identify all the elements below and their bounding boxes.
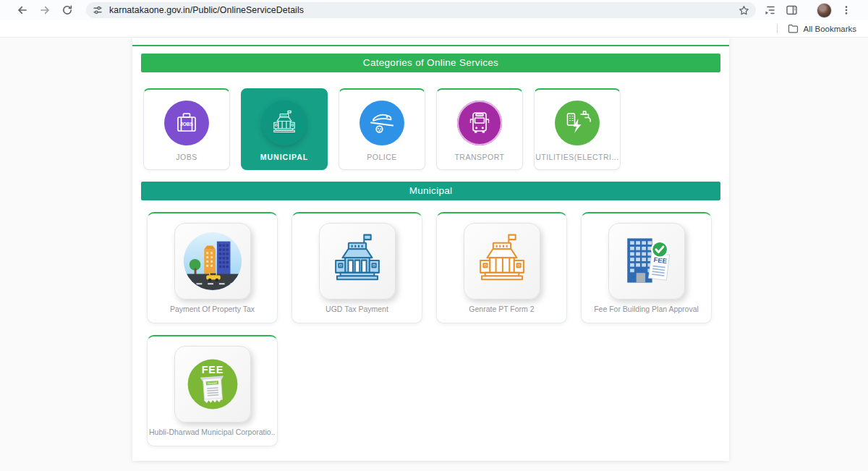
category-card-police[interactable]: POLICE [339, 88, 425, 170]
panel-top-accent-line [132, 45, 729, 46]
service-label: Hubli-Dharwad Municipal Corporatio... [149, 428, 276, 436]
fee-receipt-icon: FEE Receipt [174, 346, 251, 423]
folder-icon [788, 24, 799, 33]
bus-icon [457, 101, 502, 145]
service-label: Payment Of Property Tax [149, 305, 276, 313]
service-label: Genrate PT Form 2 [438, 305, 565, 313]
forward-icon[interactable] [38, 4, 51, 16]
municipal-building-icon [262, 101, 307, 145]
category-label: JOBS [144, 153, 229, 161]
toolbar-right-icons [763, 3, 868, 18]
service-label: Fee For Building Plan Approval [583, 305, 710, 313]
section-header-municipal: Municipal [141, 182, 720, 200]
address-bar[interactable]: karnatakaone.gov.in/Public/OnlineService… [86, 2, 756, 18]
category-label: MUNICIPAL [242, 153, 327, 161]
category-cards-row: JOBS JOBS [143, 88, 621, 170]
utilities-meter-tap-icon [555, 101, 600, 145]
main-panel: Categories of Online Services JOBS JOBS [132, 38, 729, 461]
category-label: POLICE [339, 153, 425, 161]
service-label: UGD Tax Payment [294, 305, 420, 313]
category-label: TRANSPORT [437, 153, 522, 161]
building-fee-check-icon: FEE [608, 223, 685, 300]
kebab-menu-icon[interactable] [841, 4, 851, 16]
bookmarks-bar: All Bookmarks [0, 20, 868, 38]
back-icon[interactable] [16, 4, 29, 16]
category-label: UTILITIES(ELECTRI... [535, 153, 620, 161]
service-card-ugd-tax[interactable]: UGD Tax Payment [292, 212, 422, 323]
browser-toolbar: karnatakaone.gov.in/Public/OnlineService… [0, 0, 868, 20]
service-card-building-plan-fee[interactable]: FEE Fee For Building Plan Approval [581, 212, 712, 323]
site-settings-icon[interactable] [93, 5, 103, 15]
media-controls-icon[interactable] [763, 4, 776, 16]
bookmark-star-icon[interactable] [739, 5, 749, 16]
profile-avatar[interactable] [817, 3, 832, 18]
service-card-hubli-dharwad[interactable]: FEE Receipt [147, 335, 278, 446]
category-card-municipal[interactable]: MUNICIPAL [241, 88, 328, 170]
category-card-transport[interactable]: TRANSPORT [436, 88, 523, 170]
category-card-utilities[interactable]: UTILITIES(ELECTRI... [534, 88, 621, 170]
service-card-pt-form2[interactable]: Genrate PT Form 2 [436, 212, 567, 323]
side-panel-icon[interactable] [786, 4, 798, 16]
city-property-icon [174, 223, 251, 300]
svg-text:FEE: FEE [201, 364, 224, 375]
reload-icon[interactable] [61, 4, 74, 16]
url-text[interactable]: karnatakaone.gov.in/Public/OnlineService… [109, 5, 739, 15]
service-card-property-tax[interactable]: Payment Of Property Tax [147, 212, 278, 323]
police-cap-icon [359, 101, 404, 145]
all-bookmarks-button[interactable]: All Bookmarks [804, 25, 857, 33]
page-background: Categories of Online Services JOBS JOBS [0, 38, 868, 471]
svg-text:JOBS: JOBS [180, 122, 193, 127]
jobs-briefcase-icon: JOBS [164, 101, 209, 145]
category-card-jobs[interactable]: JOBS JOBS [143, 88, 230, 170]
categories-header: Categories of Online Services [141, 54, 720, 72]
orange-government-building-icon [464, 223, 540, 300]
blue-government-building-icon [319, 223, 396, 300]
bookmarks-divider [777, 24, 778, 33]
service-cards-grid: Payment Of Property Tax [147, 212, 712, 446]
